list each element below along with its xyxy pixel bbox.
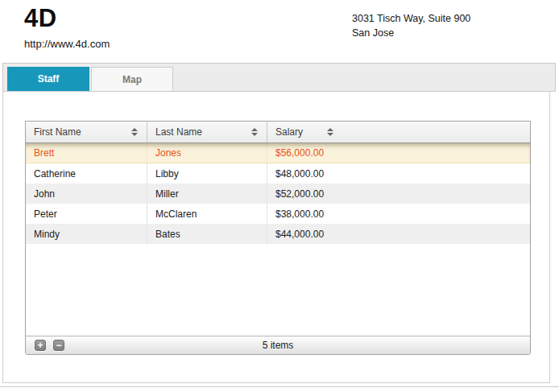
address-line-1: 3031 Tisch Way, Suite 900	[352, 11, 470, 26]
sort-updown-icon[interactable]	[131, 128, 138, 136]
sort-updown-icon[interactable]	[327, 128, 333, 136]
table-row[interactable]: Catherine Libby $48,000.00	[26, 163, 530, 184]
cell-first-name: Brett	[26, 143, 147, 163]
table-body: Brett Jones $56,000.00 Catherine Libby $…	[26, 143, 530, 244]
cell-first-name: John	[26, 184, 147, 204]
table-row[interactable]: John Miller $52,000.00	[26, 184, 530, 204]
table-empty-area	[26, 244, 530, 336]
cell-first-name: Catherine	[26, 163, 147, 184]
column-header-last-name[interactable]: Last Name	[147, 122, 267, 142]
table-row[interactable]: Mindy Bates $44,000.00	[26, 224, 530, 244]
cell-first-name: Mindy	[26, 224, 147, 244]
table-header-row: First Name Last Name Salary	[26, 122, 530, 143]
company-url: http://www.4d.com	[24, 38, 110, 50]
cell-last-name: McClaren	[147, 204, 267, 224]
column-header-label: Salary	[275, 126, 303, 138]
cell-salary: $48,000.00	[267, 163, 530, 184]
cell-last-name: Bates	[147, 224, 267, 244]
table-row[interactable]: Peter McClaren $38,000.00	[26, 204, 530, 224]
cell-salary: $44,000.00	[267, 224, 530, 244]
tab-map[interactable]: Map	[91, 67, 173, 91]
cell-last-name: Libby	[147, 163, 267, 184]
company-logo: 4D	[24, 4, 57, 33]
column-header-label: Last Name	[155, 126, 202, 138]
page-bottom-divider	[0, 386, 559, 387]
column-header-label: First Name	[34, 126, 81, 138]
company-address: 3031 Tisch Way, Suite 900 San Jose	[352, 11, 470, 40]
items-count: 5 items	[26, 340, 530, 351]
tab-staff[interactable]: Staff	[7, 67, 89, 91]
cell-salary: $38,000.00	[267, 204, 530, 224]
table-row[interactable]: Brett Jones $56,000.00	[26, 143, 530, 163]
cell-salary: $56,000.00	[267, 143, 530, 163]
table-footer: + − 5 items	[26, 336, 530, 354]
sort-updown-icon[interactable]	[251, 128, 258, 136]
cell-salary: $52,000.00	[267, 184, 530, 204]
cell-last-name: Miller	[147, 184, 267, 204]
tab-bar: Staff Map	[2, 63, 556, 92]
staff-table: First Name Last Name Salary Brett Jones …	[25, 121, 531, 355]
cell-first-name: Peter	[26, 204, 147, 224]
column-header-first-name[interactable]: First Name	[26, 122, 147, 142]
address-line-2: San Jose	[352, 26, 470, 40]
cell-last-name: Jones	[147, 143, 267, 163]
column-header-salary[interactable]: Salary	[267, 122, 530, 142]
staff-tab-panel: First Name Last Name Salary Brett Jones …	[2, 92, 550, 383]
